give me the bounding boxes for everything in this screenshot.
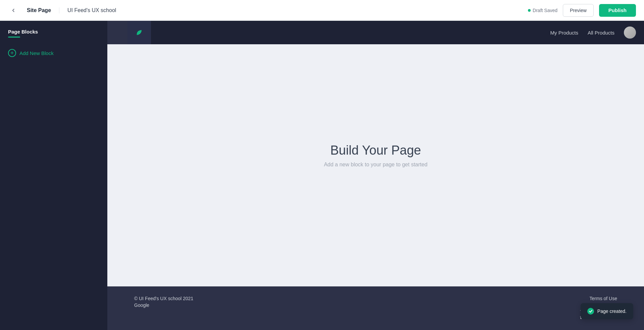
site-header-right: My Products All Products	[550, 26, 644, 39]
top-bar-left: Site Page UI Feed's UX school	[8, 5, 116, 16]
preview-area: My Products All Products Build Your Page…	[107, 21, 644, 330]
sidebar-underline	[8, 37, 20, 38]
build-subtitle: Add a new block to your page to get star…	[324, 162, 428, 168]
preview-button[interactable]: Preview	[563, 4, 594, 17]
add-new-block-label: Add New Block	[19, 50, 54, 56]
header-dark-block	[107, 21, 127, 44]
build-your-page-section: Build Your Page Add a new block to your …	[324, 143, 428, 168]
site-header-left	[107, 21, 151, 44]
footer-terms-link[interactable]: Terms of Use	[590, 296, 617, 301]
user-avatar[interactable]	[624, 26, 636, 39]
toast-message: Page created.	[597, 309, 627, 314]
toast-check-icon	[587, 308, 594, 315]
sidebar-header: Page Blocks	[0, 21, 107, 46]
site-preview-footer: © UI Feed's UX school 2021 Google Terms …	[107, 286, 644, 330]
top-bar: Site Page UI Feed's UX school Draft Save…	[0, 0, 644, 21]
header-logo-block	[127, 21, 151, 44]
nav-all-products[interactable]: All Products	[588, 30, 614, 36]
sidebar-title: Site Page	[27, 7, 59, 13]
logo-icon	[133, 26, 145, 39]
site-preview-header: My Products All Products	[107, 21, 644, 44]
toast-notification: Page created.	[581, 303, 633, 319]
draft-saved-label: Draft Saved	[533, 8, 557, 13]
footer-left: © UI Feed's UX school 2021 Google	[134, 296, 193, 308]
page-blocks-title: Page Blocks	[8, 29, 99, 35]
add-circle-icon: +	[8, 49, 16, 57]
site-page-name: UI Feed's UX school	[67, 7, 116, 13]
nav-my-products[interactable]: My Products	[550, 30, 578, 36]
footer-google-link[interactable]: Google	[134, 302, 193, 308]
back-button[interactable]	[8, 5, 19, 16]
sidebar: Page Blocks + Add New Block	[0, 21, 107, 330]
build-title: Build Your Page	[324, 143, 428, 158]
footer-copyright: © UI Feed's UX school 2021	[134, 296, 193, 301]
page-canvas: Build Your Page Add a new block to your …	[107, 44, 644, 286]
top-bar-right: Draft Saved Preview Publish	[528, 4, 636, 17]
draft-dot-icon	[528, 9, 531, 12]
draft-status: Draft Saved	[528, 8, 557, 13]
publish-button[interactable]: Publish	[599, 4, 636, 17]
main-layout: Page Blocks + Add New Block	[0, 21, 644, 330]
add-new-block-button[interactable]: + Add New Block	[0, 46, 107, 60]
page-title-section: Site Page UI Feed's UX school	[24, 7, 116, 13]
